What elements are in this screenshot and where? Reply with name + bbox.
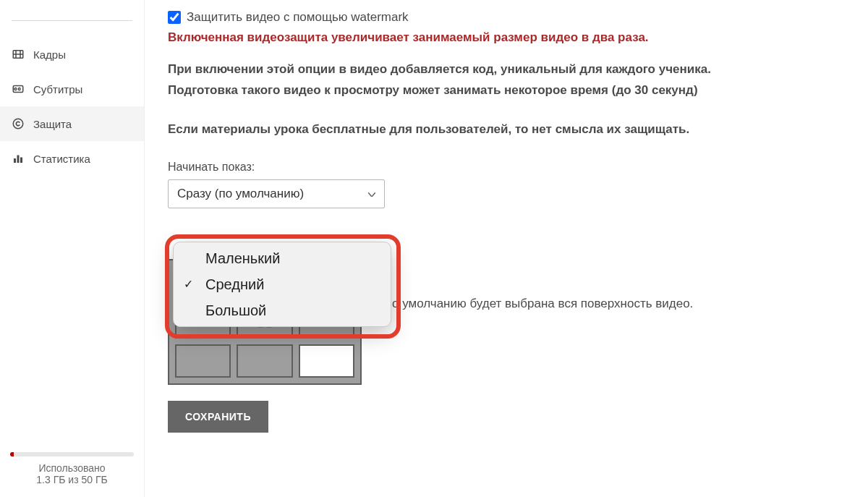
film-icon bbox=[12, 48, 25, 61]
sidebar-item-statistics[interactable]: Статистика bbox=[0, 141, 144, 176]
copyright-icon bbox=[12, 117, 25, 130]
storage-widget: Использовано 1.3 ГБ из 50 ГБ bbox=[0, 445, 144, 497]
size-option-small[interactable]: Маленький bbox=[174, 245, 391, 271]
size-option-small-label: Маленький bbox=[205, 250, 280, 267]
svg-point-5 bbox=[13, 119, 23, 129]
sidebar-item-label: Субтитры bbox=[33, 83, 82, 95]
bar-chart-icon bbox=[12, 152, 25, 165]
size-option-medium[interactable]: ✓ Средний bbox=[174, 271, 391, 297]
storage-bar-fill bbox=[10, 452, 14, 456]
cc-icon bbox=[12, 82, 25, 95]
storage-used-label: Использовано bbox=[10, 462, 134, 474]
sidebar-item-frames[interactable]: Кадры bbox=[0, 37, 144, 72]
sidebar-item-subtitles[interactable]: Субтитры bbox=[0, 72, 144, 106]
watermark-checkbox-label: Защитить видео с помощью watermark bbox=[187, 10, 409, 25]
pos-cell-bottom-right[interactable] bbox=[299, 344, 354, 378]
size-dropdown-panel: Маленький ✓ Средний Большой bbox=[173, 242, 391, 327]
sidebar-item-protection[interactable]: Защита bbox=[0, 106, 144, 141]
start-show-select[interactable]: Сразу (по умолчанию) bbox=[168, 179, 385, 208]
watermark-desc-3: Если материалы урока бесплатные для поль… bbox=[168, 121, 845, 139]
position-hint-tail: о умолчанию будет выбрана вся поверхност… bbox=[392, 297, 693, 311]
svg-rect-6 bbox=[14, 158, 16, 163]
sidebar-item-label: Статистика bbox=[33, 153, 90, 165]
sidebar-item-label: Защита bbox=[33, 118, 72, 130]
watermark-desc-1: При включении этой опции в видео добавля… bbox=[168, 61, 845, 79]
watermark-desc-2: Подготовка такого видео к просмотру може… bbox=[168, 82, 845, 100]
sidebar-divider bbox=[12, 20, 132, 21]
svg-rect-8 bbox=[20, 158, 22, 163]
chevron-down-icon bbox=[368, 189, 375, 199]
sidebar-nav: Кадры Субтитры bbox=[0, 37, 144, 445]
size-option-large[interactable]: Большой bbox=[174, 297, 391, 323]
storage-used-value: 1.3 ГБ из 50 ГБ bbox=[10, 474, 134, 485]
watermark-checkbox-row: Защитить видео с помощью watermark bbox=[168, 10, 845, 25]
start-show-selected: Сразу (по умолчанию) bbox=[177, 187, 304, 201]
size-option-medium-label: Средний bbox=[205, 276, 264, 293]
start-show-label: Начинать показ: bbox=[168, 161, 845, 174]
size-option-large-label: Большой bbox=[205, 302, 266, 319]
pos-cell-bottom-center[interactable] bbox=[237, 344, 292, 378]
sidebar-item-label: Кадры bbox=[33, 48, 66, 61]
watermark-warning: Включенная видеозащита увеличивает заним… bbox=[168, 30, 845, 45]
pos-cell-bottom-left[interactable] bbox=[175, 344, 231, 378]
save-button[interactable]: СОХРАНИТЬ bbox=[168, 401, 268, 433]
check-icon: ✓ bbox=[184, 277, 193, 291]
storage-bar bbox=[10, 452, 134, 456]
svg-rect-7 bbox=[17, 156, 20, 163]
sidebar: Кадры Субтитры bbox=[0, 0, 145, 497]
watermark-checkbox[interactable] bbox=[168, 11, 181, 24]
